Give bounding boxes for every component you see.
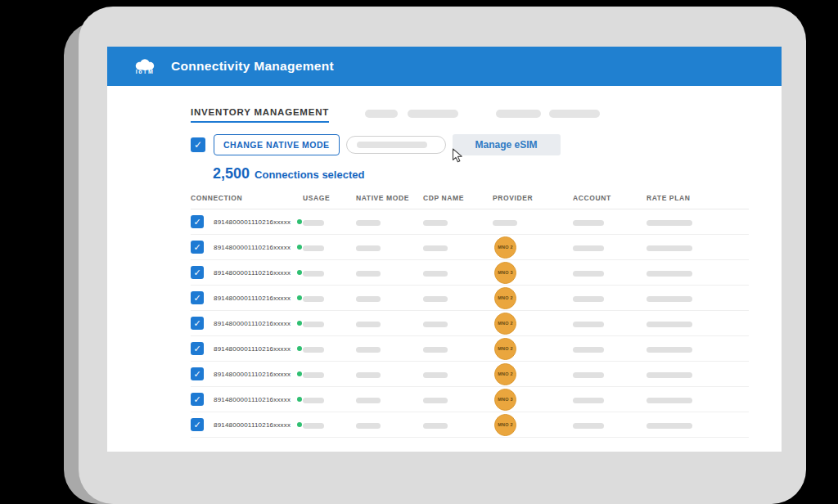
native-mode-cell (356, 290, 423, 305)
account-skeleton (573, 322, 604, 327)
usage-skeleton (303, 220, 324, 226)
account-cell (573, 417, 647, 432)
row-checkbox[interactable]: ✓ (191, 367, 204, 380)
account-skeleton (573, 423, 604, 429)
native-mode-cell (356, 392, 423, 407)
rate-plan-skeleton (647, 398, 692, 403)
rate-plan-cell (647, 214, 749, 229)
connection-cell: ✓ 8914800001110216xxxxx (191, 291, 303, 304)
row-checkbox[interactable]: ✓ (191, 342, 204, 355)
cdp-name-cell (423, 392, 493, 407)
provider-cell: MNO 3 (493, 389, 573, 411)
provider-cell: MNO 2 (493, 363, 573, 385)
monitor-screen: IoTM Connectivity Management INVENTORY M… (107, 47, 782, 452)
row-iccid: 8914800001110216xxxxx (214, 421, 291, 429)
manage-esim-button[interactable]: Manage eSIM (453, 134, 561, 155)
provider-cell: MNO 3 (493, 262, 573, 284)
row-checkbox[interactable]: ✓ (191, 317, 204, 330)
table-row[interactable]: ✓ 8914800001110216xxxxx MNO 2 (191, 336, 749, 362)
usage-skeleton (303, 245, 324, 251)
native-mode-skeleton (356, 322, 381, 327)
column-header: RATE PLAN (647, 194, 749, 202)
main-content: INVENTORY MANAGEMENT ✓ CHANGE NATIVE MOD… (107, 86, 782, 438)
row-checkbox[interactable]: ✓ (191, 266, 204, 279)
select-all-checkbox[interactable]: ✓ (191, 137, 205, 152)
table-row[interactable]: ✓ 8914800001110216xxxxx MNO 3 (191, 260, 749, 286)
connection-cell: ✓ 8914800001110216xxxxx (191, 266, 303, 279)
rate-plan-skeleton (647, 220, 692, 226)
tab-inventory-management[interactable]: INVENTORY MANAGEMENT (191, 107, 329, 123)
row-iccid: 8914800001110216xxxxx (214, 396, 291, 403)
table-row[interactable]: ✓ 8914800001110216xxxxx MNO 2 (191, 235, 749, 260)
provider-cell: MNO 2 (493, 414, 573, 436)
usage-cell (303, 240, 356, 254)
table-row[interactable]: ✓ 8914800001110216xxxxx MNO 2 (191, 412, 749, 438)
connection-cell: ✓ 8914800001110216xxxxx (191, 393, 303, 406)
native-mode-skeleton (356, 245, 381, 251)
skeleton-bar (357, 142, 427, 148)
native-mode-cell (356, 240, 423, 254)
account-skeleton (573, 347, 604, 353)
connection-cell: ✓ 8914800001110216xxxxx (191, 241, 303, 254)
account-cell (573, 316, 647, 331)
cdp-name-cell (423, 316, 493, 331)
account-skeleton (573, 245, 604, 251)
rate-plan-skeleton (647, 322, 692, 327)
table-row[interactable]: ✓ 8914800001110216xxxxx MNO 3 (191, 387, 749, 412)
native-mode-skeleton (356, 271, 381, 277)
cdp-name-cell (423, 265, 493, 280)
account-skeleton (573, 296, 604, 302)
usage-skeleton (303, 296, 324, 302)
rate-plan-cell (647, 417, 749, 432)
usage-skeleton (303, 322, 324, 327)
status-dot-icon (297, 245, 302, 250)
table-row[interactable]: ✓ 8914800001110216xxxxx MNO 2 (191, 286, 749, 311)
table-row[interactable]: ✓ 8914800001110216xxxxx (191, 209, 749, 235)
table-header: CONNECTIONUSAGENATIVE MODECDP NAMEPROVID… (191, 194, 749, 209)
status-dot-icon (297, 321, 302, 326)
provider-badge: MNO 2 (494, 287, 516, 309)
connection-cell: ✓ 8914800001110216xxxxx (191, 342, 303, 355)
rate-plan-cell (647, 392, 749, 407)
account-skeleton (573, 372, 604, 378)
row-iccid: 8914800001110216xxxxx (214, 269, 291, 277)
row-checkbox[interactable]: ✓ (191, 291, 204, 304)
row-checkbox[interactable]: ✓ (191, 241, 204, 254)
row-checkbox[interactable]: ✓ (191, 393, 204, 406)
toolbar: ✓ CHANGE NATIVE MODE Manage eSIM (191, 134, 749, 155)
rate-plan-cell (647, 316, 749, 331)
connection-cell: ✓ 8914800001110216xxxxx (191, 367, 303, 380)
status-dot-icon (297, 270, 302, 275)
row-iccid: 8914800001110216xxxxx (214, 244, 291, 251)
cdp-name-skeleton (423, 372, 448, 378)
rate-plan-skeleton (647, 423, 692, 429)
row-iccid: 8914800001110216xxxxx (214, 295, 291, 302)
native-mode-cell (356, 214, 423, 229)
status-dot-icon (297, 397, 302, 402)
change-native-mode-button[interactable]: CHANGE NATIVE MODE (214, 134, 340, 155)
cdp-name-cell (423, 214, 493, 229)
row-iccid: 8914800001110216xxxxx (214, 218, 291, 226)
account-cell (573, 392, 647, 407)
cdp-name-cell (423, 290, 493, 305)
cdp-name-skeleton (423, 296, 448, 302)
rate-plan-cell (647, 265, 749, 280)
cdp-name-skeleton (423, 220, 448, 226)
usage-cell (303, 392, 356, 407)
native-mode-skeleton (356, 398, 381, 403)
column-header: USAGE (303, 194, 356, 202)
provider-badge: MNO 2 (494, 313, 516, 335)
column-header: PROVIDER (493, 194, 573, 202)
table-row[interactable]: ✓ 8914800001110216xxxxx MNO 2 (191, 311, 749, 336)
row-checkbox[interactable]: ✓ (191, 215, 204, 228)
skeleton-button[interactable] (346, 136, 446, 154)
row-checkbox[interactable]: ✓ (191, 418, 204, 431)
skeleton-tab (365, 110, 398, 118)
usage-cell (303, 341, 356, 356)
table-row[interactable]: ✓ 8914800001110216xxxxx MNO 2 (191, 362, 749, 387)
account-skeleton (573, 398, 604, 403)
usage-skeleton (303, 423, 324, 429)
skeleton-tab (408, 110, 458, 118)
cdp-name-skeleton (423, 423, 448, 429)
account-cell (573, 290, 647, 305)
